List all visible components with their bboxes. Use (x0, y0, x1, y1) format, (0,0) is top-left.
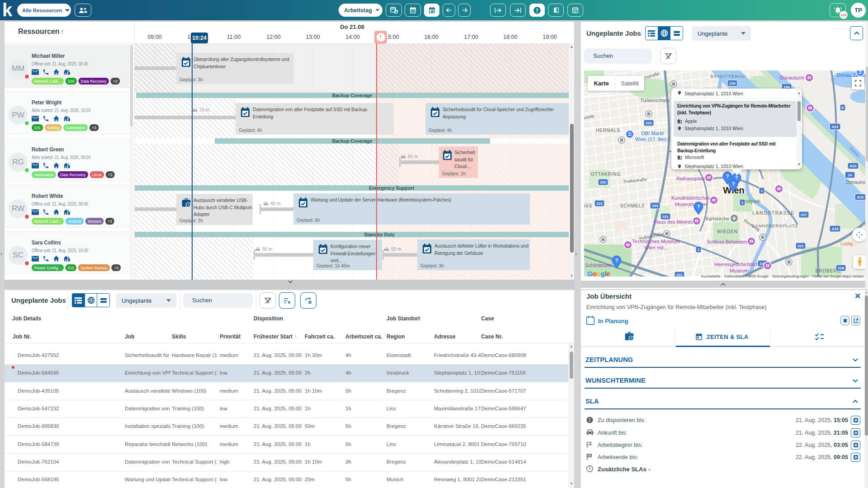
svg-text:A22: A22 (850, 164, 857, 168)
svg-text:222: 222 (646, 121, 652, 125)
svg-text:WIEDEN: WIEDEN (717, 229, 738, 234)
svg-text:s.Schönbrunn: s.Schönbrunn (584, 263, 612, 268)
svg-text:Karlskirche: Karlskirche (706, 216, 729, 221)
svg-text:Museum: Museum (730, 268, 749, 273)
svg-text:Donauins...: Donauins... (846, 180, 865, 185)
svg-text:lszeile: lszeile (584, 113, 594, 120)
svg-text:Kunsthistorisches: Kunsthistorisches (671, 195, 711, 201)
svg-text:Lustig...: Lustig... (840, 241, 856, 246)
svg-text:Wien mit...: Wien mit... (644, 245, 668, 250)
svg-text:Rathausplatz: Rathausplatz (676, 176, 705, 181)
svg-text:221: 221 (797, 244, 804, 248)
svg-text:A23: A23 (832, 227, 839, 231)
svg-text:Heeresgeschichtliches: Heeresgeschichtliches (714, 262, 764, 267)
svg-text:228: 228 (838, 266, 844, 270)
svg-text:223: 223 (652, 204, 658, 208)
svg-text:HERNALS: HERNALS (596, 128, 620, 133)
svg-text:SCHMELZ: SCHMELZ (620, 203, 645, 208)
svg-text:Schloss Belvedere: Schloss Belvedere (707, 239, 748, 244)
svg-text:Donau: Donau (849, 145, 861, 158)
svg-text:Donauturm: Donauturm (780, 75, 804, 80)
svg-text:E: E (841, 106, 844, 110)
svg-text:LANDSTRASSE: LANDSTRASSE (752, 210, 795, 216)
svg-text:Wien (17. Bez.): Wien (17. Bez.) (635, 136, 670, 142)
svg-text:OTTAKRING: OTTAKRING (591, 172, 621, 177)
svg-text:1: 1 (761, 189, 763, 193)
svg-text:1: 1 (741, 201, 744, 205)
svg-text:A22: A22 (832, 125, 839, 129)
svg-text:?: ? (697, 204, 700, 209)
svg-text:Haus des Meeres: Haus des Meeres (654, 219, 693, 225)
svg-text:BRIGITTENAU: BRIGITTENAU (710, 74, 745, 79)
svg-text:222: 222 (600, 180, 606, 184)
svg-text:?: ? (615, 258, 618, 263)
svg-text:OBI Markt: OBI Markt (641, 131, 664, 136)
svg-text:14: 14 (848, 173, 852, 177)
svg-text:?: ? (735, 175, 738, 180)
svg-text:1: 1 (698, 248, 700, 252)
svg-text:SEE: SEE (584, 203, 593, 208)
svg-text:226: 226 (729, 81, 736, 85)
svg-text:221: 221 (662, 215, 669, 219)
svg-text:Thaliastraße: Thaliastraße (623, 177, 647, 184)
svg-text:?: ? (726, 174, 729, 179)
svg-text:Türkenschanz: Türkenschanz (640, 98, 670, 103)
svg-text:227: 227 (801, 213, 807, 217)
svg-text:221: 221 (676, 273, 683, 277)
svg-text:222: 222 (596, 202, 603, 206)
svg-text:?: ? (732, 181, 735, 187)
svg-text:A22: A22 (857, 195, 864, 199)
